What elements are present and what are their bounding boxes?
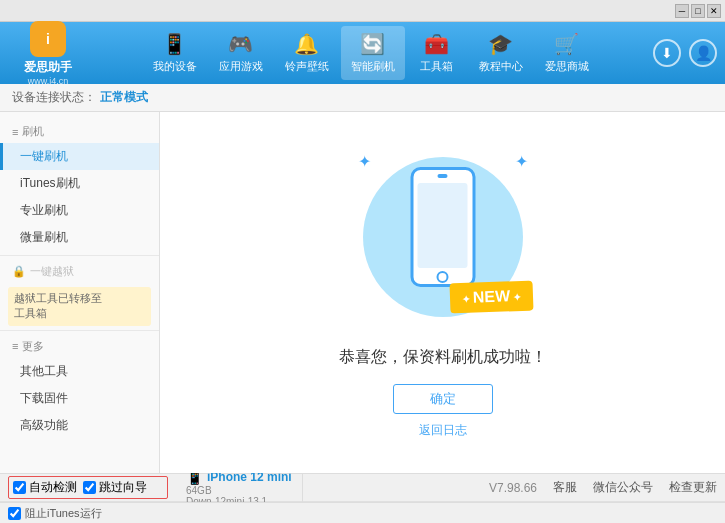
- nav-item-tutorial[interactable]: 🎓 教程中心: [469, 26, 533, 80]
- sparkle-top-left-icon: ✦: [358, 152, 371, 171]
- check-update-link[interactable]: 检查更新: [669, 479, 717, 496]
- nav-item-ringtone[interactable]: 🔔 铃声壁纸: [275, 26, 339, 80]
- top-nav: i 爱思助手 www.i4.cn 📱 我的设备 🎮 应用游戏 🔔 铃声壁纸 🔄 …: [0, 22, 725, 84]
- nav-items: 📱 我的设备 🎮 应用游戏 🔔 铃声壁纸 🔄 智能刷机 🧰 工具箱 🎓: [88, 26, 653, 80]
- phone-illustration: ✦ ✦ NEW: [353, 147, 533, 327]
- nav-item-my-device[interactable]: 📱 我的设备: [143, 26, 207, 80]
- new-badge: NEW: [449, 280, 533, 313]
- nav-item-toolbox[interactable]: 🧰 工具箱: [407, 26, 467, 80]
- itunes-checkbox[interactable]: [8, 507, 21, 520]
- nav-label-toolbox: 工具箱: [420, 59, 453, 74]
- customer-service-link[interactable]: 客服: [553, 479, 577, 496]
- success-message: 恭喜您，保资料刷机成功啦！: [339, 347, 547, 368]
- phone-screen: [418, 183, 468, 268]
- device-info: 📱 iPhone 12 mini 64GB Down-12mini-13,1: [176, 469, 303, 507]
- checkbox-group: 自动检测 跳过向导: [8, 476, 168, 499]
- itunes-bar: 阻止iTunes运行: [0, 502, 725, 523]
- sidebar-item-advanced[interactable]: 高级功能: [0, 412, 159, 439]
- one-key-flash-label: 一键刷机: [20, 149, 68, 163]
- skip-wizard-checkbox[interactable]: 跳过向导: [83, 479, 147, 496]
- auto-connect-input[interactable]: [13, 481, 26, 494]
- sidebar-item-other-tools[interactable]: 其他工具: [0, 358, 159, 385]
- more-section-label: 更多: [22, 339, 44, 354]
- nav-item-app-game[interactable]: 🎮 应用游戏: [209, 26, 273, 80]
- phone-home-button: [437, 271, 449, 283]
- skip-wizard-input[interactable]: [83, 481, 96, 494]
- logo-icon: i: [30, 21, 66, 57]
- nav-label-app-game: 应用游戏: [219, 59, 263, 74]
- logo-label: 爱思助手: [24, 59, 72, 76]
- pro-flash-label: 专业刷机: [20, 203, 68, 217]
- close-button[interactable]: ✕: [707, 4, 721, 18]
- wechat-link[interactable]: 微信公众号: [593, 479, 653, 496]
- lock-icon: 🔒: [12, 265, 26, 278]
- my-device-icon: 📱: [162, 32, 187, 56]
- micro-flash-label: 微量刷机: [20, 230, 68, 244]
- jailbreak-label: 一键越狱: [30, 264, 74, 279]
- sidebar-section-more: ≡ 更多: [0, 335, 159, 358]
- tutorial-icon: 🎓: [488, 32, 513, 56]
- ringtone-icon: 🔔: [294, 32, 319, 56]
- more-section-icon: ≡: [12, 340, 18, 352]
- user-button[interactable]: 👤: [689, 39, 717, 67]
- sidebar: ≡ 刷机 一键刷机 iTunes刷机 专业刷机 微量刷机 🔒 一键越狱: [0, 112, 160, 473]
- bottom-right-links: V7.98.66 客服 微信公众号 检查更新: [303, 479, 717, 496]
- apple-store-icon: 🛒: [554, 32, 579, 56]
- maximize-button[interactable]: □: [691, 4, 705, 18]
- itunes-flash-label: iTunes刷机: [20, 176, 80, 190]
- sidebar-item-download-fw[interactable]: 下载固件: [0, 385, 159, 412]
- sidebar-item-pro-flash[interactable]: 专业刷机: [0, 197, 159, 224]
- divider-1: [0, 255, 159, 256]
- status-bar: 设备连接状态： 正常模式: [0, 84, 725, 112]
- jailbreak-note: 越狱工具已转移至工具箱: [8, 287, 151, 326]
- sidebar-section-jailbreak: 🔒 一键越狱: [0, 260, 159, 283]
- nav-label-tutorial: 教程中心: [479, 59, 523, 74]
- download-fw-label: 下载固件: [20, 391, 68, 405]
- title-bar: ─ □ ✕: [0, 0, 725, 22]
- sparkle-top-right-icon: ✦: [515, 152, 528, 171]
- flash-section-label: 刷机: [22, 124, 44, 139]
- logo: i 爱思助手 www.i4.cn: [8, 21, 88, 86]
- nav-label-smart-shop: 智能刷机: [351, 59, 395, 74]
- app-game-icon: 🎮: [228, 32, 253, 56]
- status-label: 设备连接状态：: [12, 89, 96, 106]
- sidebar-item-one-key-flash[interactable]: 一键刷机: [0, 143, 159, 170]
- download-button[interactable]: ⬇: [653, 39, 681, 67]
- other-tools-label: 其他工具: [20, 364, 68, 378]
- smart-shop-icon: 🔄: [360, 32, 385, 56]
- nav-label-my-device: 我的设备: [153, 59, 197, 74]
- sidebar-item-itunes-flash[interactable]: iTunes刷机: [0, 170, 159, 197]
- auto-connect-label: 自动检测: [29, 479, 77, 496]
- skip-wizard-label: 跳过向导: [99, 479, 147, 496]
- device-storage: 64GB: [186, 485, 292, 496]
- nav-item-smart-shop[interactable]: 🔄 智能刷机: [341, 26, 405, 80]
- content-row: ≡ 刷机 一键刷机 iTunes刷机 专业刷机 微量刷机 🔒 一键越狱: [0, 112, 725, 473]
- nav-right: ⬇ 👤: [653, 39, 717, 67]
- sidebar-item-micro-flash[interactable]: 微量刷机: [0, 224, 159, 251]
- nav-label-ringtone: 铃声壁纸: [285, 59, 329, 74]
- minimize-button[interactable]: ─: [675, 4, 689, 18]
- nav-label-apple-store: 爱思商城: [545, 59, 589, 74]
- version-text: V7.98.66: [489, 481, 537, 495]
- main-content: ✦ ✦ NEW 恭喜您，保资料刷机成功啦！ 确定 返回日志: [160, 112, 725, 473]
- phone-shape: [410, 167, 475, 287]
- bottom-area: 自动检测 跳过向导 📱 iPhone 12 mini 64GB Down-12m…: [0, 473, 725, 523]
- nav-item-apple-store[interactable]: 🛒 爱思商城: [535, 26, 599, 80]
- bottom-main-bar: 自动检测 跳过向导 📱 iPhone 12 mini 64GB Down-12m…: [0, 474, 725, 502]
- toolbox-icon: 🧰: [424, 32, 449, 56]
- itunes-label: 阻止iTunes运行: [25, 506, 102, 521]
- status-value: 正常模式: [100, 89, 148, 106]
- divider-2: [0, 330, 159, 331]
- auto-connect-checkbox[interactable]: 自动检测: [13, 479, 77, 496]
- back-link[interactable]: 返回日志: [419, 422, 467, 439]
- sidebar-section-flash: ≡ 刷机: [0, 120, 159, 143]
- advanced-label: 高级功能: [20, 418, 68, 432]
- confirm-button[interactable]: 确定: [393, 384, 493, 414]
- window-controls[interactable]: ─ □ ✕: [675, 4, 721, 18]
- flash-section-icon: ≡: [12, 126, 18, 138]
